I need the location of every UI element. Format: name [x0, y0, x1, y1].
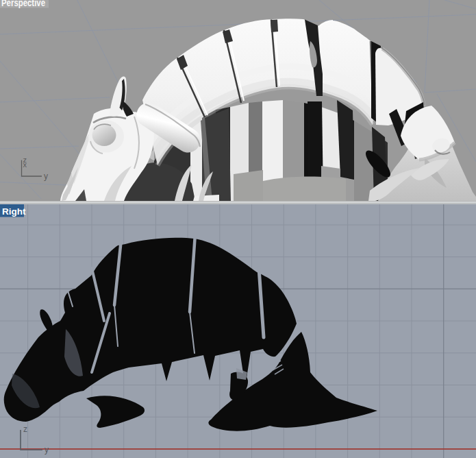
svg-text:Perspective: Perspective: [1, 0, 45, 8]
svg-text:z: z: [23, 424, 27, 434]
svg-text:Right: Right: [2, 206, 26, 217]
svg-text:y: y: [45, 445, 49, 455]
svg-text:y: y: [44, 171, 48, 181]
svg-text:x: x: [23, 160, 27, 169]
